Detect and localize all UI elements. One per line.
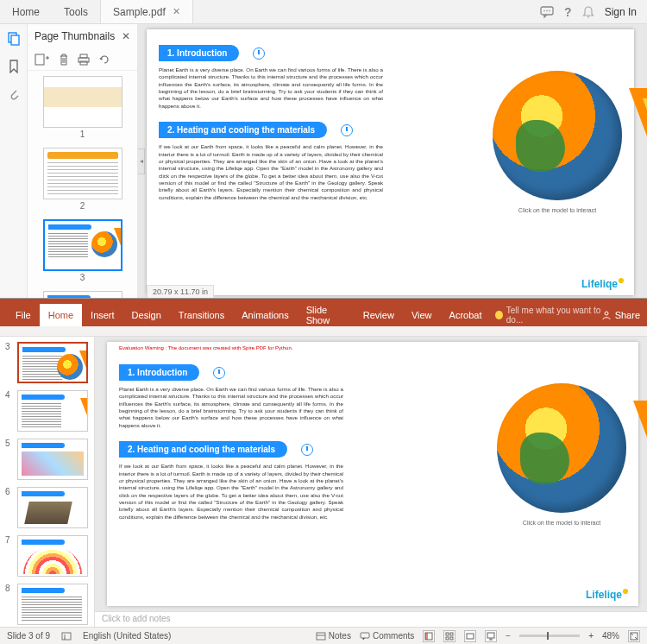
svg-rect-7: [35, 54, 44, 65]
acrobat-page-dimensions: 20.79 x 11.70 in: [147, 285, 214, 298]
view-normal-icon[interactable]: [423, 630, 435, 642]
acrobat-tab-tools[interactable]: Tools: [52, 0, 100, 23]
svg-rect-20: [450, 637, 453, 640]
svg-point-4: [587, 16, 589, 17]
svg-point-11: [605, 312, 608, 315]
acrobat-sidebar-strip: [0, 24, 28, 298]
bulb-icon: [495, 311, 502, 319]
clock-icon: [253, 47, 265, 60]
acrobat-thumb-2[interactable]: 2: [43, 148, 122, 211]
section2-body: If we look at our Earth from space, it l…: [159, 143, 383, 201]
earth-model-figure: Click on the model to interact: [493, 71, 622, 213]
acrobat-tab-document-label: Sample.pdf: [113, 6, 166, 18]
attachment-icon[interactable]: [6, 86, 22, 102]
svg-rect-19: [446, 637, 449, 640]
ribbon-tab-review[interactable]: Review: [355, 310, 403, 320]
bookmark-icon[interactable]: [6, 59, 22, 74]
svg-rect-13: [317, 633, 325, 640]
slide-section1-body: Planet Earth is a very diverse place. On…: [119, 386, 343, 429]
status-spellcheck-icon[interactable]: [60, 631, 72, 641]
section1-body: Planet Earth is a very diverse place. On…: [159, 66, 383, 110]
status-language[interactable]: English (United States): [83, 631, 171, 641]
ribbon-tab-view[interactable]: View: [403, 310, 441, 320]
view-slideshow-icon[interactable]: [485, 630, 497, 642]
slide-section2-heading: 2. Heating and cooling the materials: [119, 441, 287, 458]
fit-window-icon[interactable]: [628, 630, 640, 642]
svg-rect-6: [11, 35, 19, 45]
pdf-page: 1. Introduction Planet Earth is a very d…: [147, 29, 634, 295]
ppt-thumb-4[interactable]: 4: [0, 388, 94, 433]
status-slide-count: Slide 3 of 9: [7, 631, 50, 641]
ribbon-tab-acrobat[interactable]: Acrobat: [441, 310, 491, 320]
close-tab-icon[interactable]: ✕: [173, 6, 180, 17]
clock-icon: [301, 444, 313, 456]
ppt-ribbon: File Home Insert Design Transitions Anim…: [0, 304, 647, 326]
svg-rect-18: [450, 633, 453, 635]
evaluation-warning: Evaluation Warning : The document was cr…: [119, 345, 292, 350]
signin-link[interactable]: Sign In: [605, 6, 637, 18]
notes-pane[interactable]: Click to add notes: [95, 611, 647, 627]
ribbon-tab-slideshow[interactable]: Slide Show: [298, 305, 355, 325]
ribbon-tab-animations[interactable]: Animations: [233, 310, 297, 320]
svg-point-3: [549, 9, 550, 11]
powerpoint-window: File Home Insert Design Transitions Anim…: [0, 299, 647, 644]
view-reading-icon[interactable]: [464, 630, 476, 642]
clock-icon: [341, 124, 353, 136]
acrobat-tabbar: Home Tools Sample.pdf ✕ ? Sign In: [0, 0, 647, 24]
share-button[interactable]: Share: [601, 310, 640, 320]
ppt-thumbnail-panel: 3 4 5 6 7 8 9: [0, 337, 95, 627]
slide-figure-caption: Click on the model to interact: [497, 520, 626, 526]
slide-section1-heading: 1. Introduction: [119, 364, 199, 381]
acrobat-tab-document[interactable]: Sample.pdf ✕: [100, 0, 193, 23]
collapse-handle-icon[interactable]: ◂: [138, 148, 145, 174]
svg-point-2: [546, 9, 548, 11]
acrobat-thumb-3[interactable]: 3: [43, 219, 122, 282]
thumb-options-icon[interactable]: [35, 54, 50, 66]
zoom-slider[interactable]: [519, 635, 580, 637]
acrobat-thumb-1[interactable]: 1: [43, 76, 122, 139]
status-comments-button[interactable]: Comments: [360, 631, 414, 641]
ribbon-tab-design[interactable]: Design: [123, 310, 170, 320]
ribbon-tab-file[interactable]: File: [7, 310, 40, 320]
tellme-search[interactable]: Tell me what you want to do...: [495, 306, 600, 325]
acrobat-thumb-4[interactable]: [43, 291, 122, 298]
zoom-percent[interactable]: 48%: [602, 631, 619, 641]
acrobat-page-view[interactable]: ◂ 1. Introduction Planet Earth is a very…: [138, 24, 647, 298]
acrobat-tab-home[interactable]: Home: [0, 0, 52, 23]
acrobat-window: Home Tools Sample.pdf ✕ ? Sign In: [0, 0, 647, 299]
ribbon-tab-home[interactable]: Home: [40, 304, 82, 326]
thumb-rotate-icon[interactable]: [98, 54, 110, 66]
svg-rect-12: [62, 633, 71, 640]
clock-icon: [213, 367, 225, 379]
section2-heading: 2. Heating and cooling the materials: [159, 122, 327, 138]
zoom-out-button[interactable]: −: [506, 631, 511, 641]
thumbnail-panel-title: Page Thumbnails: [35, 30, 115, 42]
status-notes-button[interactable]: Notes: [316, 631, 351, 641]
ribbon-tab-insert[interactable]: Insert: [82, 310, 123, 320]
close-panel-icon[interactable]: ✕: [122, 30, 130, 42]
svg-rect-8: [80, 54, 87, 58]
ppt-thumb-8[interactable]: 8: [0, 582, 94, 627]
svg-rect-14: [361, 633, 369, 638]
thumbnails-icon[interactable]: [6, 31, 22, 47]
ppt-thumb-6[interactable]: 6: [0, 485, 94, 530]
slide-earth-figure: Click on the model to interact: [497, 383, 626, 526]
help-icon[interactable]: ?: [564, 5, 572, 19]
thumb-print-icon[interactable]: [78, 54, 90, 66]
chat-icon[interactable]: [540, 6, 554, 18]
bell-icon[interactable]: [582, 6, 594, 18]
ribbon-tab-transitions[interactable]: Transitions: [170, 310, 233, 320]
ppt-thumb-5[interactable]: 5: [0, 437, 94, 482]
zoom-in-button[interactable]: +: [588, 631, 594, 641]
section1-heading: 1. Introduction: [159, 45, 239, 61]
slide-section2-body: If we look at our Earth from space, it l…: [119, 463, 343, 521]
ppt-thumb-7[interactable]: 7: [0, 534, 94, 578]
view-sorter-icon[interactable]: [443, 630, 455, 642]
ppt-slide-stage[interactable]: Evaluation Warning : The document was cr…: [95, 337, 647, 611]
ppt-statusbar: Slide 3 of 9 English (United States) Not…: [0, 627, 647, 644]
slide-brand-logo: Lifeliqe: [586, 589, 628, 601]
thumb-delete-icon[interactable]: [59, 54, 69, 66]
ppt-thumb-3[interactable]: 3: [0, 340, 94, 385]
svg-rect-16: [425, 633, 428, 640]
acrobat-thumbnail-panel: Page Thumbnails ✕ 1 2 3: [28, 24, 138, 298]
